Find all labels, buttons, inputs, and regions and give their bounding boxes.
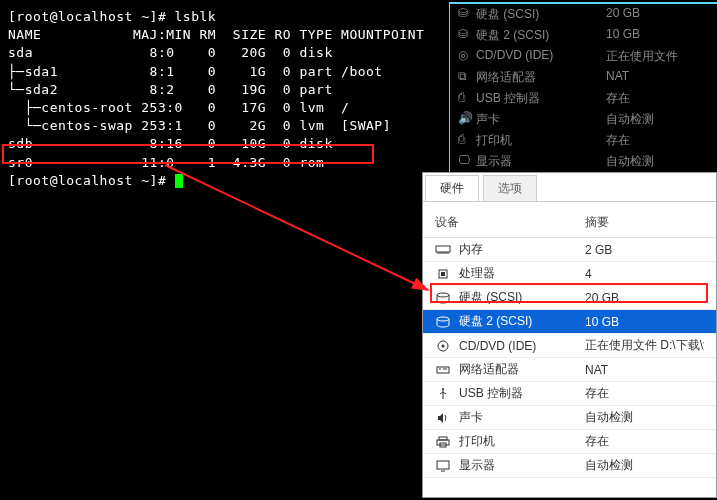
display-icon: 🖵 [458,153,476,170]
bg-row: ⎙打印机存在 [450,130,717,151]
bg-row: ⛁硬盘 (SCSI)20 GB [450,4,717,25]
hw-row[interactable]: 处理器4 [423,262,716,286]
hw-device-label: 声卡 [459,409,483,426]
hw-table-header: 设备 摘要 [423,208,716,238]
usb-icon: ⎙ [458,90,476,107]
svg-point-6 [442,344,445,347]
hw-device-label: 硬盘 (SCSI) [459,289,522,306]
bg-row: 🔊声卡自动检测 [450,109,717,130]
hw-summary: 存在 [585,433,704,450]
hw-device-label: CD/DVD (IDE) [459,339,536,353]
cd-icon [435,339,455,353]
svg-rect-2 [441,272,445,276]
memory-icon [435,243,455,257]
svg-point-4 [437,317,449,321]
hw-device-label: 内存 [459,241,483,258]
network-icon [435,363,455,377]
hw-device-label: 网络适配器 [459,361,519,378]
hw-device-label: 处理器 [459,265,495,282]
disk-icon [435,291,455,305]
disk-icon: ⛁ [458,27,476,44]
background-hw-panel: ⛁硬盘 (SCSI)20 GB ⛁硬盘 2 (SCSI)10 GB ◎CD/DV… [449,2,717,172]
hw-device-label: 硬盘 2 (SCSI) [459,313,532,330]
hardware-panel: 硬件 选项 设备 摘要 内存2 GB处理器4硬盘 (SCSI)20 GB硬盘 2… [422,172,717,498]
svg-point-8 [442,388,444,390]
hw-summary: 正在使用文件 D:\下载\浏 [585,337,704,354]
hw-summary: 20 GB [585,291,704,305]
svg-rect-0 [436,246,450,252]
bg-row: ⧉网络适配器NAT [450,67,717,88]
cpu-icon [435,267,455,281]
disk-icon: ⛁ [458,6,476,23]
hw-summary: 自动检测 [585,409,704,426]
display-icon [435,459,455,473]
prompt: [root@localhost ~]# [8,173,175,188]
svg-rect-12 [437,461,449,469]
sound-icon: 🔊 [458,111,476,128]
hw-device-label: 打印机 [459,433,495,450]
hw-summary: 10 GB [585,315,704,329]
tab-options[interactable]: 选项 [483,175,537,201]
bg-row: ◎CD/DVD (IDE)正在使用文件 [450,46,717,67]
network-icon: ⧉ [458,69,476,86]
tabs: 硬件 选项 [423,173,716,202]
hw-summary: 2 GB [585,243,704,257]
usb-icon [435,387,455,401]
watermark: CSDN @何翰宇 [633,481,711,496]
hw-body: 设备 摘要 内存2 GB处理器4硬盘 (SCSI)20 GB硬盘 2 (SCSI… [423,202,716,484]
bg-row: 🖵显示器自动检测 [450,151,717,172]
hw-row[interactable]: 显示器自动检测 [423,454,716,478]
printer-icon [435,435,455,449]
col-device: 设备 [435,214,585,231]
hw-summary: 4 [585,267,704,281]
hw-device-label: USB 控制器 [459,385,523,402]
cd-icon: ◎ [458,48,476,65]
hw-row[interactable]: 内存2 GB [423,238,716,262]
hw-row[interactable]: 硬盘 (SCSI)20 GB [423,286,716,310]
hw-row[interactable]: 声卡自动检测 [423,406,716,430]
bg-row: ⎙USB 控制器存在 [450,88,717,109]
prompt: [root@localhost ~]# [8,9,175,24]
svg-rect-7 [437,367,449,373]
command: lsblk [175,9,217,24]
sound-icon [435,411,455,425]
hw-row[interactable]: 打印机存在 [423,430,716,454]
hw-row[interactable]: USB 控制器存在 [423,382,716,406]
printer-icon: ⎙ [458,132,476,149]
tab-hardware[interactable]: 硬件 [425,175,479,201]
hw-device-label: 显示器 [459,457,495,474]
hw-row[interactable]: CD/DVD (IDE)正在使用文件 D:\下载\浏 [423,334,716,358]
hw-row[interactable]: 网络适配器NAT [423,358,716,382]
hw-summary: 自动检测 [585,457,704,474]
svg-point-3 [437,293,449,297]
hw-row[interactable]: 硬盘 2 (SCSI)10 GB [423,310,716,334]
bg-row: ⛁硬盘 2 (SCSI)10 GB [450,25,717,46]
hw-summary: 存在 [585,385,704,402]
cursor [175,174,183,188]
disk-icon [435,315,455,329]
col-summary: 摘要 [585,214,704,231]
hw-summary: NAT [585,363,704,377]
